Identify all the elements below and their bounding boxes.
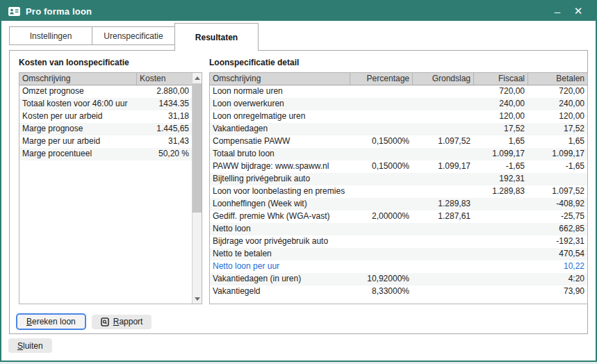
table-row[interactable]: Netto loon662,85 [210,223,587,235]
row-label: Bijdrage voor privégebruik auto [210,235,350,248]
row-label: Totaal kosten voor 46:00 uur [19,98,136,110]
bereken-loon-button[interactable]: Bereken loon [16,313,86,330]
scroll-down-button[interactable] [193,294,202,304]
row-label: Omzet prognose [19,85,136,98]
row-value: 192,31 [473,173,528,185]
table-row[interactable]: Netto te betalen470,54 [210,248,587,260]
table-row[interactable]: Totaal kosten voor 46:00 uur1434.35 [19,98,192,110]
table-row[interactable]: Loon normale uren720,00720,00 [210,85,587,98]
tab-bar: Instellingen Urenspecificatie Resultaten [9,23,273,51]
left-section-title: Kosten van loonspecificatie [19,58,129,67]
sluiten-button[interactable]: Sluiten [8,338,52,353]
row-label: Marge per uur arbeid [19,135,136,148]
table-row[interactable]: Vakantiegeld8,33000%73,90 [210,286,587,298]
tab-resultaten[interactable]: Resultaten [174,23,259,51]
row-label: Totaal bruto loon [210,148,350,160]
bereken-loon-label: Bereken loon [26,317,76,326]
row-label: Marge prognose [19,123,136,135]
row-value [412,110,473,123]
row-value [473,235,528,248]
table-row[interactable]: Bijdrage voor privégebruik auto-192,31 [210,235,587,248]
row-label: Loon voor loonbelasting en premies [210,185,350,198]
row-label: Loon overwerkuren [210,98,350,110]
table-body: Omzet prognose2.880,00Totaal kosten voor… [19,85,192,160]
table-row[interactable]: PAWW bijdrage: www.spaww.nl0,15000%1.099… [210,160,587,173]
table-row[interactable]: Kosten per uur arbeid31,18 [19,110,192,123]
row-value [350,248,412,260]
window-titlebar: Pro forma loon – ✕ [1,1,596,21]
table-row[interactable]: Loon onregelmatige uren120,00120,00 [210,110,587,123]
column-header[interactable]: Grondslag [412,73,473,85]
minimize-button[interactable]: – [547,1,568,21]
column-header[interactable]: Fiscaal [473,73,528,85]
row-label: Vakantiegeld [210,286,350,298]
row-value: -1,65 [528,160,587,173]
report-icon [101,317,109,326]
row-value [528,173,587,185]
row-value: 31,18 [136,110,192,123]
scroll-up-button[interactable] [193,73,202,83]
row-value: 17,52 [528,123,587,135]
row-value: 17,52 [473,123,528,135]
right-section-title: Loonspecificatie detail [209,58,299,67]
column-header[interactable]: Omschrijving [210,73,350,85]
row-value: 1434.35 [136,98,192,110]
row-label: PAWW bijdrage: www.spaww.nl [210,160,350,173]
table-row[interactable]: Marge per uur arbeid31,43 [19,135,192,148]
row-value [473,223,528,235]
row-value: 73,90 [528,286,587,298]
table-row[interactable]: Loon overwerkuren240,00240,00 [210,98,587,110]
table-row[interactable]: Marge procentueel50,20 % [19,148,192,160]
row-value: 1.099,17 [412,160,473,173]
row-value [412,235,473,248]
column-header[interactable]: Percentage [350,73,412,85]
row-value: 31,43 [136,135,192,148]
rapport-button[interactable]: Rapport [92,315,152,329]
row-label: Vakantiedagen [210,123,350,135]
row-label: Kosten per uur arbeid [19,110,136,123]
table-row[interactable]: Vakantiedagen (in uren)10,92000%4:20 [210,273,587,286]
table-row[interactable]: Loon voor loonbelasting en premies1.289,… [210,185,587,198]
row-label: Marge procentueel [19,148,136,160]
row-value [350,98,412,110]
row-label: Loon onregelmatige uren [210,110,350,123]
arrow-down-icon [195,297,200,301]
table-row[interactable]: Totaal bruto loon1.099,171.099,17 [210,148,587,160]
table-row[interactable]: Compensatie PAWW0,15000%1.097,521,651,65 [210,135,587,148]
table-row[interactable]: Bijtelling privégebruik auto192,31 [210,173,587,185]
table-row[interactable]: Loonheffingen (Week wit)1.289,83-408,92 [210,198,587,210]
table-row[interactable]: Gediff. premie Whk (WGA-vast)2,00000%1.2… [210,210,587,223]
row-value: 120,00 [528,110,587,123]
row-value [473,286,528,298]
row-value: 720,00 [528,85,587,98]
close-button[interactable]: ✕ [568,1,589,21]
column-header[interactable]: Omschrijving [19,73,136,85]
row-value: 4:20 [528,273,587,286]
row-value: 8,33000% [350,286,412,298]
row-value: 0,15000% [350,160,412,173]
row-value [473,273,528,286]
column-header[interactable]: Betalen [528,73,587,85]
id-card-icon [8,7,20,16]
row-value: 120,00 [473,110,528,123]
row-value: 0,15000% [350,135,412,148]
row-value [350,260,412,273]
scrollbar-thumb[interactable] [193,83,202,213]
table-body: Loon normale uren720,00720,00Loon overwe… [210,85,587,298]
row-label: Gediff. premie Whk (WGA-vast) [210,210,350,223]
table-row[interactable]: Vakantiedagen17,5217,52 [210,123,587,135]
row-value [350,123,412,135]
table-row[interactable]: Marge prognose1.445,65 [19,123,192,135]
row-value [412,260,473,273]
vertical-scrollbar[interactable] [192,73,202,304]
tab-instellingen[interactable]: Instellingen [9,26,92,45]
tab-content-panel: Kosten van loonspecificatie Loonspecific… [9,50,588,334]
table-header-row: OmschrijvingKosten [19,73,192,85]
row-value: -1,65 [473,160,528,173]
tab-urenspecificatie[interactable]: Urenspecificatie [92,26,175,45]
column-header[interactable]: Kosten [136,73,192,85]
kosten-table-grid: OmschrijvingKostenOmzet prognose2.880,00… [19,73,192,304]
row-value: 720,00 [473,85,528,98]
table-row[interactable]: Netto loon per uur10,22 [210,260,587,273]
table-row[interactable]: Omzet prognose2.880,00 [19,85,192,98]
